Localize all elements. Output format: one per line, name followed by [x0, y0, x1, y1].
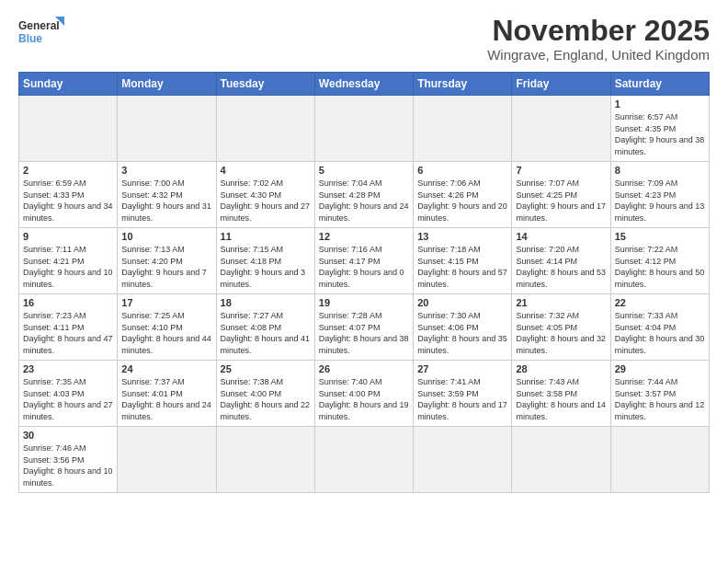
day-info: Sunrise: 7:07 AM Sunset: 4:25 PM Dayligh…: [516, 178, 606, 224]
calendar-cell: 10Sunrise: 7:13 AM Sunset: 4:20 PM Dayli…: [118, 228, 216, 294]
weekday-header-tuesday: Tuesday: [216, 73, 314, 96]
day-number: 2: [23, 165, 113, 176]
calendar-cell: [118, 427, 216, 493]
day-info: Sunrise: 7:09 AM Sunset: 4:23 PM Dayligh…: [615, 178, 705, 224]
day-info: Sunrise: 7:25 AM Sunset: 4:10 PM Dayligh…: [121, 310, 211, 356]
week-row-5: 23Sunrise: 7:35 AM Sunset: 4:03 PM Dayli…: [19, 361, 710, 427]
day-number: 30: [23, 430, 113, 441]
week-row-3: 9Sunrise: 7:11 AM Sunset: 4:21 PM Daylig…: [19, 228, 710, 294]
day-number: 11: [221, 231, 311, 242]
day-number: 24: [121, 363, 211, 374]
day-info: Sunrise: 7:28 AM Sunset: 4:07 PM Dayligh…: [319, 310, 409, 356]
calendar-cell: [216, 427, 314, 493]
day-number: 22: [615, 297, 705, 308]
calendar-subtitle: Wingrave, England, United Kingdom: [487, 47, 710, 63]
week-row-2: 2Sunrise: 6:59 AM Sunset: 4:33 PM Daylig…: [19, 162, 710, 228]
day-info: Sunrise: 7:43 AM Sunset: 3:58 PM Dayligh…: [516, 376, 606, 422]
day-number: 6: [417, 165, 507, 176]
day-number: 10: [121, 231, 211, 242]
day-number: 4: [221, 165, 311, 176]
calendar-cell: 26Sunrise: 7:40 AM Sunset: 4:00 PM Dayli…: [314, 361, 413, 427]
day-number: 18: [221, 297, 311, 308]
calendar-cell: 7Sunrise: 7:07 AM Sunset: 4:25 PM Daylig…: [512, 162, 610, 228]
day-number: 20: [417, 297, 507, 308]
calendar-cell: 15Sunrise: 7:22 AM Sunset: 4:12 PM Dayli…: [610, 228, 709, 294]
day-number: 17: [121, 297, 211, 308]
day-info: Sunrise: 7:18 AM Sunset: 4:15 PM Dayligh…: [417, 244, 507, 290]
logo: General Blue: [18, 15, 64, 52]
calendar-cell: 11Sunrise: 7:15 AM Sunset: 4:18 PM Dayli…: [216, 228, 314, 294]
day-info: Sunrise: 7:37 AM Sunset: 4:01 PM Dayligh…: [121, 376, 211, 422]
calendar-cell: 27Sunrise: 7:41 AM Sunset: 3:59 PM Dayli…: [414, 361, 512, 427]
day-number: 15: [615, 231, 705, 242]
calendar-cell: 25Sunrise: 7:38 AM Sunset: 4:00 PM Dayli…: [216, 361, 314, 427]
day-info: Sunrise: 7:33 AM Sunset: 4:04 PM Dayligh…: [615, 310, 705, 356]
calendar-cell: [414, 427, 512, 493]
day-number: 14: [516, 231, 606, 242]
week-row-6: 30Sunrise: 7:46 AM Sunset: 3:56 PM Dayli…: [19, 427, 710, 493]
calendar-cell: 14Sunrise: 7:20 AM Sunset: 4:14 PM Dayli…: [512, 228, 610, 294]
day-number: 12: [319, 231, 409, 242]
day-number: 27: [417, 363, 507, 374]
logo-svg: General Blue: [18, 15, 64, 52]
day-info: Sunrise: 7:04 AM Sunset: 4:28 PM Dayligh…: [319, 178, 409, 224]
day-info: Sunrise: 7:41 AM Sunset: 3:59 PM Dayligh…: [417, 376, 507, 422]
weekday-header-sunday: Sunday: [19, 73, 118, 96]
calendar-cell: 5Sunrise: 7:04 AM Sunset: 4:28 PM Daylig…: [314, 162, 413, 228]
calendar-cell: 29Sunrise: 7:44 AM Sunset: 3:57 PM Dayli…: [610, 361, 709, 427]
day-number: 29: [615, 363, 705, 374]
calendar-cell: 17Sunrise: 7:25 AM Sunset: 4:10 PM Dayli…: [118, 294, 216, 361]
calendar-cell: [19, 96, 118, 162]
calendar-cell: 9Sunrise: 7:11 AM Sunset: 4:21 PM Daylig…: [19, 228, 118, 294]
day-info: Sunrise: 7:00 AM Sunset: 4:32 PM Dayligh…: [121, 178, 211, 224]
day-number: 19: [319, 297, 409, 308]
calendar-cell: [512, 427, 610, 493]
weekday-header-friday: Friday: [512, 73, 610, 96]
title-block: November 2025 Wingrave, England, United …: [487, 15, 710, 63]
week-row-1: 1Sunrise: 6:57 AM Sunset: 4:35 PM Daylig…: [19, 96, 710, 162]
calendar-cell: 18Sunrise: 7:27 AM Sunset: 4:08 PM Dayli…: [216, 294, 314, 361]
weekday-header-wednesday: Wednesday: [314, 73, 413, 96]
calendar-cell: [610, 427, 709, 493]
day-info: Sunrise: 7:20 AM Sunset: 4:14 PM Dayligh…: [516, 244, 606, 290]
calendar-cell: 3Sunrise: 7:00 AM Sunset: 4:32 PM Daylig…: [118, 162, 216, 228]
calendar-cell: 6Sunrise: 7:06 AM Sunset: 4:26 PM Daylig…: [414, 162, 512, 228]
calendar-header: General Blue November 2025 Wingrave, Eng…: [18, 15, 710, 63]
day-info: Sunrise: 7:30 AM Sunset: 4:06 PM Dayligh…: [417, 310, 507, 356]
day-info: Sunrise: 7:40 AM Sunset: 4:00 PM Dayligh…: [319, 376, 409, 422]
calendar-cell: 8Sunrise: 7:09 AM Sunset: 4:23 PM Daylig…: [610, 162, 709, 228]
day-info: Sunrise: 7:13 AM Sunset: 4:20 PM Dayligh…: [121, 244, 211, 290]
day-number: 25: [221, 363, 311, 374]
calendar-page: General Blue November 2025 Wingrave, Eng…: [0, 0, 728, 563]
calendar-cell: 2Sunrise: 6:59 AM Sunset: 4:33 PM Daylig…: [19, 162, 118, 228]
calendar-cell: [314, 427, 413, 493]
day-info: Sunrise: 7:35 AM Sunset: 4:03 PM Dayligh…: [23, 376, 113, 422]
day-info: Sunrise: 6:57 AM Sunset: 4:35 PM Dayligh…: [615, 111, 705, 157]
weekday-header-row: SundayMondayTuesdayWednesdayThursdayFrid…: [19, 73, 710, 96]
day-info: Sunrise: 7:46 AM Sunset: 3:56 PM Dayligh…: [23, 442, 113, 488]
week-row-4: 16Sunrise: 7:23 AM Sunset: 4:11 PM Dayli…: [19, 294, 710, 361]
svg-text:General: General: [18, 19, 60, 32]
calendar-cell: 1Sunrise: 6:57 AM Sunset: 4:35 PM Daylig…: [610, 96, 709, 162]
calendar-cell: 12Sunrise: 7:16 AM Sunset: 4:17 PM Dayli…: [314, 228, 413, 294]
day-number: 16: [23, 297, 113, 308]
calendar-cell: 30Sunrise: 7:46 AM Sunset: 3:56 PM Dayli…: [19, 427, 118, 493]
calendar-cell: 28Sunrise: 7:43 AM Sunset: 3:58 PM Dayli…: [512, 361, 610, 427]
calendar-cell: 19Sunrise: 7:28 AM Sunset: 4:07 PM Dayli…: [314, 294, 413, 361]
day-number: 5: [319, 165, 409, 176]
day-number: 21: [516, 297, 606, 308]
day-info: Sunrise: 7:23 AM Sunset: 4:11 PM Dayligh…: [23, 310, 113, 356]
day-info: Sunrise: 7:44 AM Sunset: 3:57 PM Dayligh…: [615, 376, 705, 422]
day-info: Sunrise: 6:59 AM Sunset: 4:33 PM Dayligh…: [23, 178, 113, 224]
day-info: Sunrise: 7:02 AM Sunset: 4:30 PM Dayligh…: [221, 178, 311, 224]
day-number: 3: [121, 165, 211, 176]
day-info: Sunrise: 7:38 AM Sunset: 4:00 PM Dayligh…: [221, 376, 311, 422]
calendar-table: SundayMondayTuesdayWednesdayThursdayFrid…: [18, 72, 710, 493]
weekday-header-monday: Monday: [118, 73, 216, 96]
calendar-cell: 23Sunrise: 7:35 AM Sunset: 4:03 PM Dayli…: [19, 361, 118, 427]
calendar-cell: 22Sunrise: 7:33 AM Sunset: 4:04 PM Dayli…: [610, 294, 709, 361]
day-info: Sunrise: 7:22 AM Sunset: 4:12 PM Dayligh…: [615, 244, 705, 290]
calendar-cell: [118, 96, 216, 162]
calendar-cell: 4Sunrise: 7:02 AM Sunset: 4:30 PM Daylig…: [216, 162, 314, 228]
day-number: 23: [23, 363, 113, 374]
